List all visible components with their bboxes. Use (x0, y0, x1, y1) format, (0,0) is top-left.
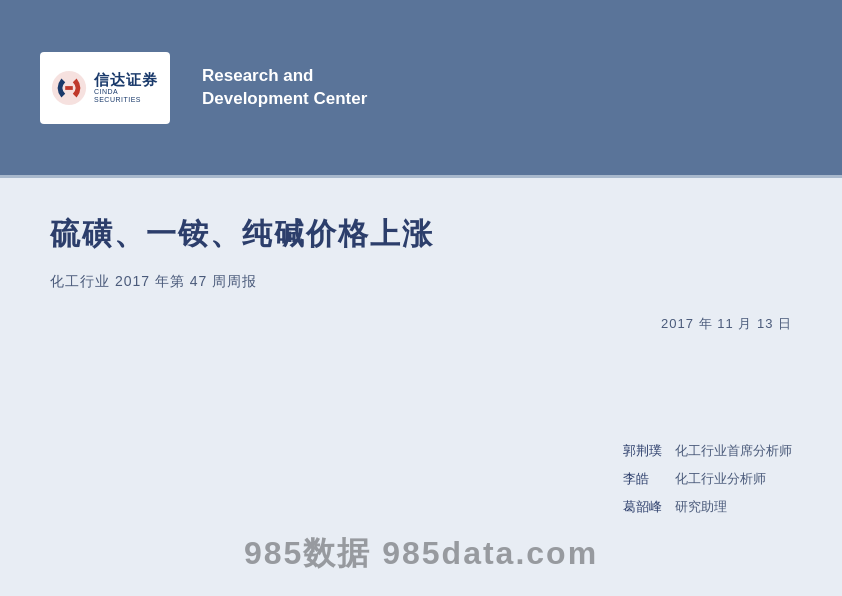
logo-container: 信达证券 CINDA SECURITIES Research and Devel… (40, 52, 367, 124)
author-row: 郭荆璞化工行业首席分析师 (623, 442, 792, 460)
page-wrapper: 信达证券 CINDA SECURITIES Research and Devel… (0, 0, 842, 596)
logo-inner: 信达证券 CINDA SECURITIES (50, 69, 160, 107)
content-section: 硫磺、一铵、纯碱价格上涨 化工行业 2017 年第 47 周周报 2017 年 … (0, 178, 842, 596)
watermark: 985数据 985data.com (244, 532, 598, 576)
author-row: 葛韶峰研究助理 (623, 498, 727, 516)
main-title: 硫磺、一铵、纯碱价格上涨 (50, 214, 792, 255)
header-title-line2: Development Center (202, 88, 367, 110)
author-name: 李皓 (623, 470, 663, 488)
header-title-line1: Research and (202, 65, 367, 87)
authors-block: 郭荆璞化工行业首席分析师李皓化工行业分析师葛韶峰研究助理 (623, 442, 792, 516)
date-line: 2017 年 11 月 13 日 (50, 315, 792, 333)
author-role: 化工行业分析师 (675, 470, 766, 488)
logo-text-block: 信达证券 CINDA SECURITIES (94, 72, 160, 104)
header-title-block: Research and Development Center (202, 65, 367, 109)
logo-box: 信达证券 CINDA SECURITIES (40, 52, 170, 124)
author-role: 研究助理 (675, 498, 727, 516)
cinda-logo-icon (50, 69, 88, 107)
logo-cn-text: 信达证券 (94, 72, 160, 89)
author-row: 李皓化工行业分析师 (623, 470, 766, 488)
logo-en-text: CINDA SECURITIES (94, 88, 160, 103)
sub-title: 化工行业 2017 年第 47 周周报 (50, 273, 792, 291)
author-name: 葛韶峰 (623, 498, 663, 516)
header-section: 信达证券 CINDA SECURITIES Research and Devel… (0, 0, 842, 175)
author-name: 郭荆璞 (623, 442, 663, 460)
author-role: 化工行业首席分析师 (675, 442, 792, 460)
